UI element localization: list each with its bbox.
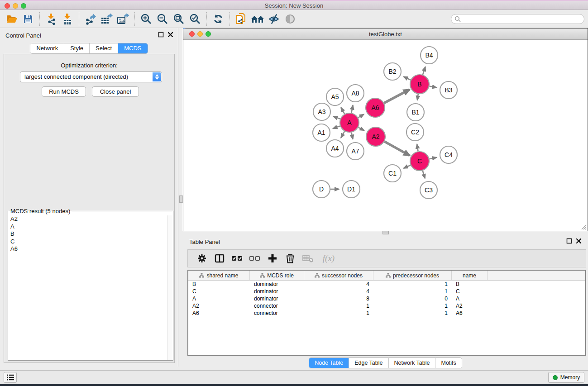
table-settings-icon[interactable] [196, 253, 208, 264]
export-image-icon[interactable] [116, 12, 130, 26]
bottom-divider-grip[interactable] [382, 231, 389, 234]
node-A[interactable]: A [340, 113, 359, 132]
zoom-selected-icon[interactable] [188, 12, 202, 26]
edge-B-B4[interactable] [423, 67, 425, 75]
close-table-panel-icon[interactable] [576, 238, 582, 244]
edge-A6-B[interactable] [384, 90, 410, 103]
table-row[interactable]: Cdominator41C [188, 288, 585, 295]
edge-B-B3[interactable] [430, 86, 437, 87]
column-header-name[interactable]: name [452, 271, 488, 280]
table-cell[interactable]: 1 [373, 302, 452, 310]
node-B2[interactable]: B2 [384, 63, 401, 80]
node-D[interactable]: D [313, 181, 330, 198]
tab-select[interactable]: Select [90, 43, 118, 53]
refresh-icon[interactable] [211, 12, 225, 26]
edge-A-A7[interactable] [351, 133, 353, 139]
table-cell[interactable]: 8 [304, 295, 373, 302]
table-cell[interactable]: 0 [373, 295, 452, 302]
zoom-fit-icon[interactable] [172, 12, 186, 26]
show-all-icon[interactable] [283, 12, 297, 26]
network-canvas[interactable]: B4B2BB3B1A5A8A3A6AA1C2A4A7A2CC4C1C3DD1 [183, 40, 588, 231]
edge-C-C4[interactable] [430, 157, 437, 159]
node-A3[interactable]: A3 [313, 103, 330, 120]
edge-A-A8[interactable] [351, 105, 353, 113]
node-C4[interactable]: C4 [440, 146, 457, 163]
node-A6[interactable]: A6 [366, 98, 385, 117]
edge-C-C1[interactable] [404, 165, 411, 168]
edge-A2-C[interactable] [384, 142, 410, 156]
table-cell[interactable]: 1 [304, 310, 373, 317]
table-row[interactable]: Adominator80A [188, 295, 585, 302]
new-network-from-selection-icon[interactable] [234, 12, 248, 26]
table-cell[interactable]: A6 [188, 310, 250, 317]
node-B4[interactable]: B4 [421, 47, 438, 64]
node-B[interactable]: B [410, 75, 429, 94]
save-session-icon[interactable] [21, 12, 35, 26]
mcds-result-list[interactable]: A2ABCA6 [9, 215, 167, 360]
node-B3[interactable]: B3 [440, 81, 457, 99]
network-window-titlebar[interactable]: testGlobe.txt [183, 29, 588, 40]
delete-table-icon[interactable] [302, 253, 314, 264]
function-builder-icon[interactable]: f(x) [320, 253, 338, 264]
close-panel-button[interactable]: Close panel [92, 86, 139, 97]
table-cell[interactable]: 4 [304, 288, 373, 295]
tab-motifs[interactable]: Motifs [435, 358, 461, 368]
table-cell[interactable]: connector [250, 310, 304, 317]
memory-button[interactable]: Memory [548, 372, 584, 383]
table-cell[interactable]: dominator [250, 295, 304, 302]
result-item[interactable]: B [9, 230, 167, 238]
run-mcds-button[interactable]: Run MCDS [42, 86, 86, 97]
delete-column-icon[interactable] [284, 253, 296, 264]
first-neighbors-icon[interactable] [251, 12, 264, 26]
zoom-in-icon[interactable] [139, 12, 153, 26]
table-cell[interactable]: A2 [188, 302, 250, 310]
column-header-MCDS-role[interactable]: MCDS role [250, 271, 304, 280]
node-A4[interactable]: A4 [326, 140, 344, 157]
tab-network[interactable]: Network [30, 43, 64, 53]
search-input[interactable] [451, 14, 584, 24]
tab-mcds[interactable]: MCDS [118, 43, 147, 53]
export-network-icon[interactable] [84, 12, 97, 26]
task-history-button[interactable] [4, 372, 17, 383]
edge-C-C3[interactable] [423, 171, 425, 178]
node-C[interactable]: C [410, 152, 429, 171]
hide-selected-icon[interactable] [267, 12, 281, 26]
node-A7[interactable]: A7 [347, 143, 364, 160]
column-header-predecessor-nodes[interactable]: predecessor nodes [373, 271, 452, 280]
edge-B-B2[interactable] [404, 76, 411, 80]
node-A1[interactable]: A1 [313, 124, 330, 141]
select-all-icon[interactable] [231, 253, 243, 264]
node-B1[interactable]: B1 [407, 104, 424, 121]
table-cell[interactable]: 1 [373, 288, 452, 295]
close-panel-icon[interactable] [167, 32, 173, 38]
edge-B-B1[interactable] [417, 94, 418, 100]
table-cell[interactable]: C [452, 288, 488, 295]
node-A5[interactable]: A5 [326, 88, 344, 105]
tab-network-table[interactable]: Network Table [389, 358, 436, 368]
table-cell[interactable]: dominator [250, 281, 304, 288]
table-cell[interactable]: C [188, 288, 250, 295]
table-cell[interactable]: connector [250, 302, 304, 310]
table-cell[interactable]: dominator [250, 288, 304, 295]
export-table-icon[interactable] [100, 12, 114, 26]
table-cell[interactable]: B [452, 281, 488, 288]
node-A8[interactable]: A8 [347, 85, 364, 102]
zoom-out-icon[interactable] [156, 12, 169, 26]
float-panel-icon[interactable] [158, 32, 164, 38]
edge-A-A1[interactable] [333, 126, 340, 129]
table-cell[interactable]: A [452, 295, 488, 302]
edge-A-A6[interactable] [358, 114, 364, 118]
add-column-icon[interactable] [267, 253, 278, 264]
resize-grip-icon[interactable] [579, 223, 587, 230]
edge-A-A2[interactable] [358, 127, 364, 130]
float-table-panel-icon[interactable] [566, 238, 572, 244]
table-cell[interactable]: 1 [304, 302, 373, 310]
table-cell[interactable]: A6 [452, 310, 488, 317]
table-row[interactable]: A6connector11A6 [188, 310, 585, 317]
result-item[interactable]: A6 [9, 245, 167, 253]
tab-node-table[interactable]: Node Table [309, 358, 349, 368]
edge-A-A5[interactable] [341, 108, 344, 114]
edge-A-A3[interactable] [333, 116, 340, 119]
result-item[interactable]: A2 [9, 215, 167, 223]
node-C1[interactable]: C1 [384, 165, 401, 182]
